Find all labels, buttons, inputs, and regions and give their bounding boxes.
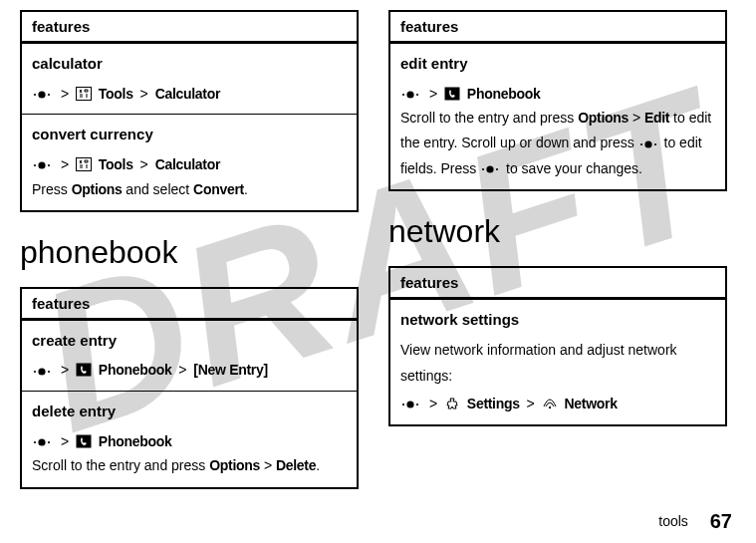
menu-label: Options — [209, 457, 260, 473]
nav-sequence: > Phonebook — [400, 83, 715, 107]
svg-point-4 — [34, 164, 36, 166]
text: to save your changes. — [502, 160, 642, 176]
menu-label: Calculator — [155, 86, 220, 102]
center-key-icon — [480, 164, 500, 174]
svg-point-21 — [644, 140, 651, 147]
nav-sequence: > Tools > Calculator — [32, 83, 347, 107]
svg-point-13 — [38, 438, 45, 445]
menu-label: Options — [72, 181, 123, 197]
text: > — [629, 110, 644, 126]
feature-title: network settings — [400, 307, 715, 333]
menu-label: Calculator — [155, 156, 220, 172]
feature-title: edit entry — [400, 51, 715, 77]
section-heading-phonebook: phonebook — [20, 234, 359, 271]
feature-title: convert currency — [32, 122, 347, 147]
feature-body: Press Options and select Convert. — [32, 177, 347, 202]
svg-point-12 — [34, 441, 36, 443]
nav-sequence: > Phonebook > [New Entry] — [32, 359, 347, 383]
chevron-right-icon: > — [140, 156, 148, 172]
tools-icon — [76, 87, 92, 101]
text: . — [316, 457, 320, 473]
svg-point-9 — [38, 368, 45, 375]
feature-body: View network information and adjust netw… — [400, 338, 715, 388]
feature-calculator: calculator > Tools > Calculator — [22, 44, 357, 115]
svg-point-6 — [48, 164, 50, 166]
phonebook-icon — [76, 363, 92, 377]
svg-point-14 — [48, 441, 50, 443]
nav-sequence: > Phonebook — [32, 430, 347, 454]
center-key-icon — [32, 437, 52, 447]
center-key-icon — [400, 400, 420, 409]
svg-point-28 — [416, 404, 418, 406]
section-heading-network: network — [388, 213, 727, 250]
chevron-right-icon: > — [527, 396, 535, 411]
feature-delete-entry: delete entry > Phonebook Scroll to the e… — [22, 392, 357, 486]
chevron-right-icon: > — [61, 86, 69, 102]
center-key-icon — [32, 367, 52, 377]
svg-point-10 — [48, 370, 50, 372]
features-table-phonebook-2: features edit entry > Phonebook Scroll t… — [388, 10, 727, 191]
menu-label: Phonebook — [99, 362, 172, 378]
chevron-right-icon: > — [61, 362, 69, 378]
phonebook-icon — [76, 434, 92, 448]
phonebook-icon — [444, 87, 460, 101]
text: > — [260, 457, 276, 473]
center-key-icon — [32, 90, 52, 100]
table-header: features — [22, 289, 357, 321]
svg-point-20 — [640, 143, 642, 145]
svg-point-26 — [402, 404, 404, 406]
menu-label: Network — [565, 396, 618, 411]
nav-sequence: > Tools > Calculator — [32, 153, 347, 177]
feature-edit-entry: edit entry > Phonebook Scroll to the ent… — [390, 44, 725, 189]
tools-icon — [76, 157, 92, 171]
feature-create-entry: create entry > Phonebook > [New Entry] — [22, 321, 357, 392]
svg-rect-3 — [76, 87, 91, 100]
svg-point-0 — [34, 94, 36, 96]
text: Scroll to the entry and press — [32, 457, 209, 473]
svg-point-24 — [487, 165, 494, 172]
text: Scroll to the entry and press — [400, 110, 578, 126]
svg-rect-7 — [76, 157, 91, 170]
menu-label: Tools — [99, 156, 133, 172]
feature-body: Scroll to the entry and press Options > … — [32, 453, 347, 478]
nav-sequence: > Settings > Network — [400, 393, 715, 416]
center-key-icon — [400, 90, 420, 100]
page-footer: tools 67 — [658, 510, 732, 533]
table-header: features — [22, 12, 357, 44]
features-table-phonebook: features create entry > Phonebook > [New… — [20, 287, 359, 489]
svg-rect-11 — [76, 364, 91, 377]
table-header: features — [390, 12, 725, 44]
feature-title: create entry — [32, 328, 347, 354]
svg-point-17 — [406, 91, 413, 98]
svg-point-27 — [406, 401, 413, 407]
menu-label: Settings — [467, 396, 520, 411]
menu-label: Tools — [99, 86, 133, 102]
center-key-icon — [638, 139, 658, 149]
right-column: features edit entry > Phonebook Scroll t… — [388, 10, 727, 511]
chevron-right-icon: > — [61, 156, 69, 172]
footer-label: tools — [658, 513, 688, 529]
feature-network-settings: network settings View network informatio… — [390, 300, 725, 424]
svg-rect-29 — [549, 407, 551, 408]
chevron-right-icon: > — [61, 433, 69, 449]
svg-rect-15 — [76, 434, 91, 447]
svg-point-23 — [482, 168, 484, 170]
svg-point-2 — [48, 94, 50, 96]
chevron-right-icon: > — [429, 396, 437, 411]
settings-icon — [444, 397, 460, 410]
left-column: features calculator > Tools > Calculator… — [20, 10, 359, 511]
menu-label: Options — [578, 110, 629, 126]
feature-body: Scroll to the entry and press Options > … — [400, 106, 715, 181]
network-icon — [542, 397, 558, 410]
svg-point-22 — [654, 143, 656, 145]
feature-convert-currency: convert currency > Tools > Calculator Pr… — [22, 115, 357, 209]
menu-label: Phonebook — [99, 433, 172, 449]
svg-point-25 — [496, 168, 498, 170]
menu-label: Convert — [193, 181, 244, 197]
svg-point-5 — [38, 161, 45, 168]
center-key-icon — [32, 160, 52, 170]
svg-point-8 — [34, 370, 36, 372]
table-header: features — [390, 268, 725, 300]
menu-label: Delete — [276, 457, 316, 473]
feature-title: delete entry — [32, 399, 347, 424]
